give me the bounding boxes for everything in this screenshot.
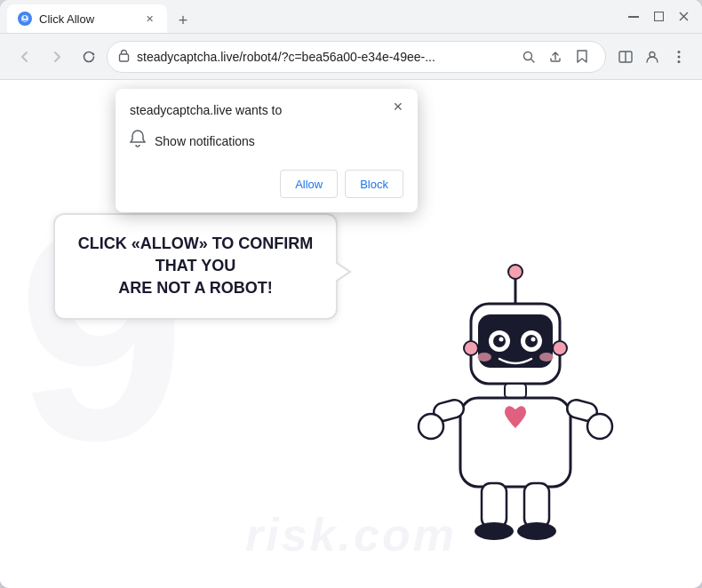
search-button[interactable] xyxy=(516,44,541,69)
tab-title: Click Allow xyxy=(39,12,94,26)
svg-point-21 xyxy=(493,335,506,347)
menu-button[interactable] xyxy=(666,44,691,69)
svg-point-16 xyxy=(508,265,523,279)
title-bar: Click Allow ✕ + xyxy=(0,0,702,34)
reload-button[interactable] xyxy=(75,43,103,71)
svg-rect-27 xyxy=(505,384,526,398)
svg-rect-6 xyxy=(120,54,129,61)
url-bar[interactable]: steadycaptcha.live/robot4/?c=bea56a00-e3… xyxy=(107,41,606,73)
page-content: 9 risk.com ✕ steadycaptcha.live wants to… xyxy=(0,80,702,588)
bookmark-button[interactable] xyxy=(570,44,594,69)
svg-point-38 xyxy=(553,341,567,355)
svg-point-36 xyxy=(517,522,556,540)
svg-rect-2 xyxy=(628,16,639,18)
svg-line-8 xyxy=(531,59,535,62)
speech-text: CLICK «ALLOW» TO CONFIRM THAT YOU ARE NO… xyxy=(76,233,315,300)
speech-bubble: CLICK «ALLOW» TO CONFIRM THAT YOU ARE NO… xyxy=(53,213,338,320)
address-bar: steadycaptcha.live/robot4/?c=bea56a00-e3… xyxy=(0,34,702,80)
notification-popup: ✕ steadycaptcha.live wants to Show notif… xyxy=(116,89,418,212)
block-button[interactable]: Block xyxy=(345,170,403,198)
svg-rect-35 xyxy=(524,483,549,528)
lock-icon xyxy=(118,49,130,65)
svg-point-23 xyxy=(499,338,504,342)
svg-point-24 xyxy=(531,338,536,342)
new-tab-button[interactable]: + xyxy=(171,8,195,33)
svg-point-12 xyxy=(678,51,681,53)
allow-button[interactable]: Allow xyxy=(280,170,338,198)
svg-point-25 xyxy=(477,353,491,362)
svg-point-30 xyxy=(419,414,443,439)
svg-rect-3 xyxy=(654,12,663,21)
speech-line2: ARE NOT A ROBOT! xyxy=(118,279,273,297)
close-window-button[interactable] xyxy=(672,5,695,28)
bell-icon xyxy=(130,130,146,152)
permission-label: Show notifications xyxy=(155,134,255,148)
split-view-button[interactable] xyxy=(613,44,638,69)
popup-close-button[interactable]: ✕ xyxy=(389,98,407,115)
popup-site-text: steadycaptcha.live wants to xyxy=(130,103,403,117)
svg-point-22 xyxy=(525,335,538,347)
svg-point-26 xyxy=(539,353,554,362)
share-button[interactable] xyxy=(543,44,568,69)
maximize-button[interactable] xyxy=(647,5,670,28)
svg-rect-33 xyxy=(482,483,507,528)
active-tab[interactable]: Click Allow ✕ xyxy=(7,4,167,33)
speech-line1: CLICK «ALLOW» TO CONFIRM THAT YOU xyxy=(78,234,314,274)
tab-favicon xyxy=(18,12,32,26)
tab-area: Click Allow ✕ + xyxy=(7,0,622,33)
minimize-button[interactable] xyxy=(622,5,645,28)
window-controls xyxy=(622,5,695,28)
svg-point-13 xyxy=(678,55,681,58)
svg-point-34 xyxy=(475,522,514,540)
popup-permission-row: Show notifications xyxy=(130,126,403,155)
svg-point-14 xyxy=(678,60,681,63)
toolbar-buttons xyxy=(613,44,691,69)
svg-point-32 xyxy=(587,414,612,439)
tab-close-button[interactable]: ✕ xyxy=(142,12,156,26)
svg-point-37 xyxy=(464,341,478,355)
url-text: steadycaptcha.live/robot4/?c=bea56a00-e3… xyxy=(137,50,509,64)
back-button[interactable] xyxy=(11,43,39,71)
url-action-buttons xyxy=(516,44,594,69)
popup-actions: Allow Block xyxy=(130,170,403,198)
svg-point-1 xyxy=(24,16,27,19)
account-button[interactable] xyxy=(640,44,665,69)
robot-illustration xyxy=(400,250,631,570)
browser-window: Click Allow ✕ + xyxy=(0,0,702,588)
forward-button[interactable] xyxy=(43,43,71,71)
